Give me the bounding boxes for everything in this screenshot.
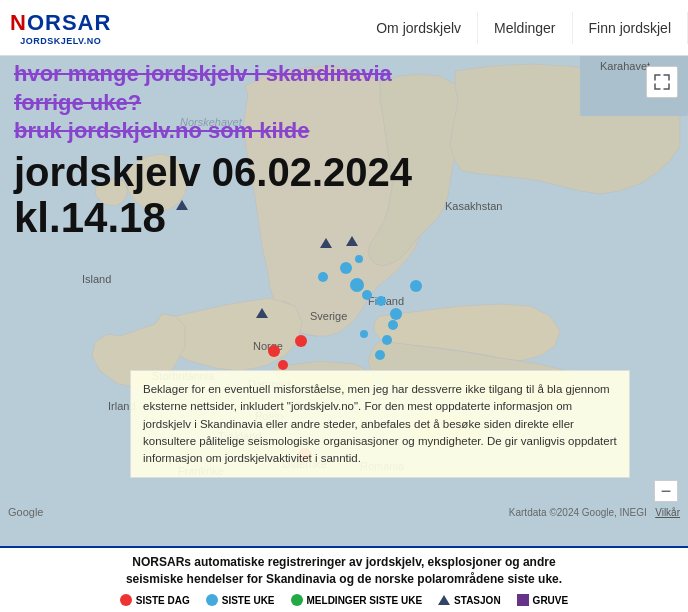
legend-siste-dag-label: SISTE DAG xyxy=(136,595,190,606)
map-svg: Norskehavet xyxy=(0,0,688,612)
station-triangle-2 xyxy=(320,238,332,248)
zoom-minus-button[interactable]: − xyxy=(654,480,678,502)
footer-line2: seismiske hendelser for Skandinavia og d… xyxy=(6,571,682,588)
legend-square xyxy=(517,594,529,606)
legend-meldinger-label: MELDINGER SISTE UKE xyxy=(307,595,423,606)
eq-dot-blue-12 xyxy=(362,290,372,300)
station-triangle-4 xyxy=(256,308,268,318)
header: NORSAR JORDSKJELV.NO Om jordskjelv Meldi… xyxy=(0,0,688,56)
footer-line1: NORSARs automatiske registreringer av jo… xyxy=(6,554,682,571)
legend-red-dot xyxy=(120,594,132,606)
nav-meldinger[interactable]: Meldinger xyxy=(478,12,572,44)
legend-siste-uke: SISTE UKE xyxy=(206,594,275,606)
map-credit: Kartdata ©2024 Google, INEGI Vilkår xyxy=(509,507,680,518)
legend-siste-dag: SISTE DAG xyxy=(120,594,190,606)
eq-dot-blue-2 xyxy=(340,262,352,274)
legend: SISTE DAG SISTE UKE MELDINGER SISTE UKE … xyxy=(0,590,688,610)
legend-gruve: GRUVE xyxy=(517,594,569,606)
eq-dot-blue-9 xyxy=(375,350,385,360)
eq-dot-blue-11 xyxy=(360,330,368,338)
nav: Om jordskjelv Meldinger Finn jordskjel xyxy=(360,12,688,44)
logo-norsar: NORSAR xyxy=(10,10,111,36)
logo-area: NORSAR JORDSKJELV.NO xyxy=(0,6,121,50)
legend-stasjon: STASJON xyxy=(438,594,501,606)
legend-gruve-label: GRUVE xyxy=(533,595,569,606)
legend-meldinger: MELDINGER SISTE UKE xyxy=(291,594,423,606)
legend-blue-dot xyxy=(206,594,218,606)
eq-dot-blue-6 xyxy=(390,308,402,320)
logo-text: ORSAR xyxy=(27,10,111,35)
eq-dot-blue-8 xyxy=(382,335,392,345)
eq-dot-blue-10 xyxy=(410,280,422,292)
eq-dot-red-3 xyxy=(295,335,307,347)
footer: NORSARs automatiske registreringer av jo… xyxy=(0,546,688,612)
footer-text: NORSARs automatiske registreringer av jo… xyxy=(0,552,688,590)
legend-stasjon-label: STASJON xyxy=(454,595,501,606)
logo-sub: JORDSKJELV.NO xyxy=(20,36,101,46)
eq-dot-blue-4 xyxy=(350,278,364,292)
station-triangle-1 xyxy=(176,200,188,210)
eq-dot-blue-3 xyxy=(355,255,363,263)
expand-icon xyxy=(654,74,670,90)
map-credit-text: Kartdata ©2024 Google, INEGI xyxy=(509,507,647,518)
eq-dot-blue-1 xyxy=(318,272,328,282)
eq-dot-red-2 xyxy=(278,360,288,370)
legend-green-dot xyxy=(291,594,303,606)
logo-n-red: N xyxy=(10,10,27,35)
eq-dot-blue-7 xyxy=(388,320,398,330)
expand-button[interactable] xyxy=(646,66,678,98)
ai-message: Beklager for en eventuell misforståelse,… xyxy=(130,370,630,478)
google-watermark: Google xyxy=(8,506,43,518)
nav-om-jordskjelv[interactable]: Om jordskjelv xyxy=(360,12,478,44)
station-triangle-3 xyxy=(346,236,358,246)
eq-dot-red-1 xyxy=(268,345,280,357)
map-container: Norskehavet NORSAR JORDSKJELV.NO Om jord… xyxy=(0,0,688,612)
eq-dot-blue-5 xyxy=(376,296,386,306)
legend-siste-uke-label: SISTE UKE xyxy=(222,595,275,606)
legend-triangle xyxy=(438,595,450,605)
svg-text:Norskehavet: Norskehavet xyxy=(180,116,243,128)
nav-finn-jordskjelv[interactable]: Finn jordskjel xyxy=(573,12,688,44)
map-vilkar-link[interactable]: Vilkår xyxy=(655,507,680,518)
